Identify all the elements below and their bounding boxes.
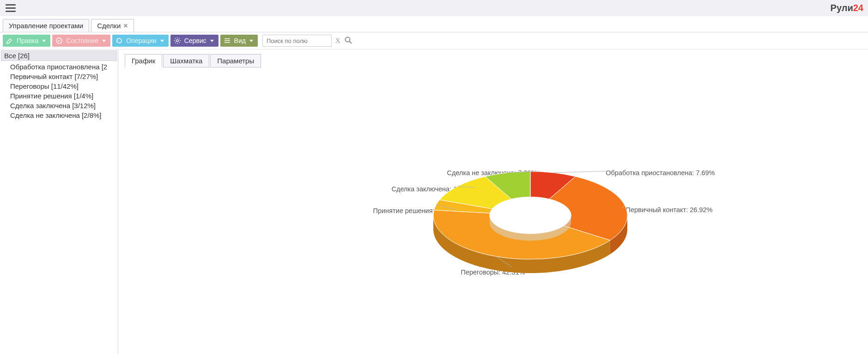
donut-hole: [489, 197, 571, 234]
button-label: Операции: [126, 37, 157, 44]
search-input[interactable]: [262, 35, 332, 47]
button-label: Сервис: [184, 37, 206, 44]
chevron-down-icon: [102, 40, 106, 42]
body: Все [26] Обработка приостановлена [2 Пер…: [0, 49, 868, 354]
status-button[interactable]: Состояние: [52, 35, 110, 47]
chevron-down-icon: [160, 40, 164, 42]
tab-label: Управление проектами: [9, 22, 83, 30]
chart-area: Обработка приостановлена: 7.69% Первичны…: [285, 169, 701, 289]
topbar: Рули24: [0, 0, 868, 16]
tree-root[interactable]: Все [26]: [1, 50, 117, 61]
svg-point-2: [345, 37, 350, 42]
tab-projects[interactable]: Управление проектами: [3, 19, 89, 32]
edit-button[interactable]: Правка: [3, 35, 50, 47]
brand-prefix: Рули: [831, 3, 853, 13]
tree-list: Обработка приостановлена [2 Первичный ко…: [8, 62, 118, 120]
search-wrap: X: [262, 35, 352, 47]
hamburger-menu-icon[interactable]: [4, 2, 18, 14]
view-tab-params[interactable]: Параметры: [210, 54, 261, 67]
button-label: Вид: [234, 37, 246, 44]
main: График Шахматка Параметры Обработка прио…: [118, 49, 868, 354]
tab-deals[interactable]: Сделки ✕: [91, 19, 134, 32]
chevron-down-icon: [249, 40, 253, 42]
button-label: Состояние: [66, 37, 98, 44]
check-circle-icon: [55, 37, 63, 45]
brand-suffix: 24: [853, 3, 863, 13]
tree-item[interactable]: Сделка не заключена [2/8%]: [8, 110, 118, 120]
button-label: Правка: [17, 37, 38, 44]
close-icon[interactable]: ✕: [123, 23, 128, 29]
list-icon: [223, 37, 231, 45]
view-button[interactable]: Вид: [220, 35, 258, 47]
service-button[interactable]: Сервис: [170, 35, 219, 47]
view-tab-grid[interactable]: Шахматка: [163, 54, 209, 67]
brand-logo: Рули24: [831, 3, 863, 13]
gear-icon: [173, 37, 182, 45]
operations-button[interactable]: Операции: [112, 35, 169, 47]
donut-chart: [424, 169, 637, 289]
sidebar: Все [26] Обработка приостановлена [2 Пер…: [0, 49, 118, 354]
tree-item[interactable]: Сделка заключена [3/12%]: [8, 101, 118, 110]
svg-point-1: [176, 40, 178, 42]
svg-point-0: [56, 38, 62, 43]
view-tab-chart[interactable]: График: [125, 54, 162, 67]
tree-item[interactable]: Обработка приостановлена [2: [8, 62, 118, 72]
view-tabs: График Шахматка Параметры: [125, 54, 862, 67]
chevron-down-icon: [42, 40, 46, 42]
tree-item[interactable]: Принятие решения [1/4%]: [8, 91, 118, 101]
chart-label-first-contact: Первичный контакт: 26.92%: [626, 206, 713, 214]
refresh-icon: [115, 37, 123, 45]
app-tabs: Управление проектами Сделки ✕: [0, 16, 868, 32]
toolbar: Правка Состояние Операции Сервис Вид X: [0, 32, 868, 49]
tree-item[interactable]: Переговоры [11/42%]: [8, 81, 118, 91]
tree-item[interactable]: Первичный контакт [7/27%]: [8, 72, 118, 81]
leader-line: [553, 171, 609, 173]
search-icon[interactable]: [344, 36, 352, 46]
tab-label: Сделки: [97, 22, 121, 30]
clear-icon[interactable]: X: [335, 37, 340, 45]
edit-icon: [6, 37, 14, 45]
chevron-down-icon: [210, 40, 214, 42]
